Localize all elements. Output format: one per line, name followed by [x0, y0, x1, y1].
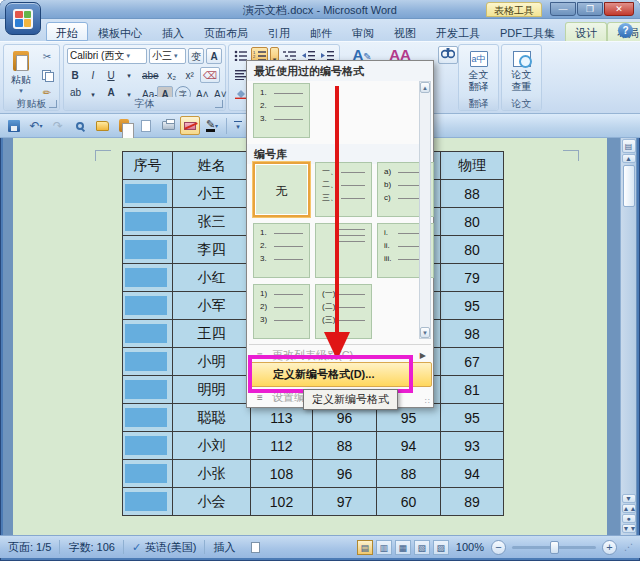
next-page-button[interactable]: ▼▼: [622, 524, 636, 533]
table-cell[interactable]: [123, 236, 173, 264]
word-count[interactable]: 字数: 106: [60, 540, 122, 555]
table-cell[interactable]: 89: [441, 488, 504, 516]
table-cell[interactable]: 60: [377, 488, 441, 516]
table-cell[interactable]: 94: [377, 432, 441, 460]
outline-view-button[interactable]: ▧: [414, 540, 430, 555]
table-cell[interactable]: 93: [441, 432, 504, 460]
tab-1[interactable]: 开始: [46, 22, 88, 41]
table-cell[interactable]: 88: [441, 180, 504, 208]
cut-button[interactable]: ✂: [37, 49, 57, 64]
draft-view-button[interactable]: ▨: [433, 540, 449, 555]
table-cell[interactable]: [123, 348, 173, 376]
dropdown-scroll-down[interactable]: ▼: [420, 327, 430, 338]
tab-7[interactable]: 审阅: [342, 22, 384, 41]
ruler-toggle-icon[interactable]: ▤: [622, 139, 636, 153]
dropdown-scroll-up[interactable]: ▲: [420, 82, 430, 93]
header-cell[interactable]: 物理: [441, 152, 504, 180]
minimize-button[interactable]: —: [550, 2, 576, 16]
table-cell[interactable]: [123, 404, 173, 432]
customize-quick-access-button[interactable]: ▾: [231, 117, 245, 135]
underline-button[interactable]: U: [103, 67, 119, 83]
save-button[interactable]: [4, 116, 24, 135]
zoom-slider[interactable]: [512, 546, 596, 549]
spellcheck-status[interactable]: ✓英语(美国): [124, 540, 205, 555]
web-layout-view-button[interactable]: ▦: [395, 540, 411, 555]
table-cell[interactable]: [123, 264, 173, 292]
previous-page-button[interactable]: ▲▲: [622, 504, 636, 513]
table-cell[interactable]: 聪聪: [173, 404, 251, 432]
insert-mode-indicator[interactable]: 插入: [205, 540, 243, 555]
table-cell[interactable]: [123, 180, 173, 208]
table-cell[interactable]: 张三: [173, 208, 251, 236]
clipboard-button[interactable]: [114, 116, 134, 135]
table-cell[interactable]: 小红: [173, 264, 251, 292]
page-indicator[interactable]: 页面: 1/5: [0, 540, 59, 555]
table-cell[interactable]: [123, 376, 173, 404]
superscript-button[interactable]: x²: [182, 67, 198, 83]
font-dialog-launcher[interactable]: [215, 100, 223, 108]
table-cell[interactable]: 李四: [173, 236, 251, 264]
table-cell[interactable]: 94: [441, 460, 504, 488]
table-cell[interactable]: [123, 292, 173, 320]
table-cell[interactable]: 88: [313, 432, 377, 460]
italic-button[interactable]: I: [85, 67, 101, 83]
table-cell[interactable]: 98: [441, 320, 504, 348]
print-preview-button[interactable]: [70, 116, 90, 135]
table-cell[interactable]: 小明: [173, 348, 251, 376]
scrollbar-thumb[interactable]: [623, 165, 635, 207]
tab-6[interactable]: 邮件: [300, 22, 342, 41]
table-cell[interactable]: 80: [441, 208, 504, 236]
draw-pen-button[interactable]: ✎▾: [202, 116, 222, 135]
pen-dropdown-arrow[interactable]: ▾: [215, 122, 218, 129]
dropdown-resize-grip[interactable]: ∷: [425, 397, 431, 406]
tab-9[interactable]: 开发工具: [426, 22, 490, 41]
header-cell[interactable]: 姓名: [173, 152, 251, 180]
table-cell[interactable]: 小军: [173, 292, 251, 320]
table-cell[interactable]: 79: [441, 264, 504, 292]
tab-5[interactable]: 引用: [258, 22, 300, 41]
table-cell[interactable]: [123, 460, 173, 488]
numbering-tile[interactable]: [315, 223, 372, 278]
table-cell[interactable]: 王四: [173, 320, 251, 348]
vertical-scrollbar[interactable]: ▤ ▲ ▼ ▲▲ ● ▼▼: [620, 138, 636, 535]
define-new-number-format-item[interactable]: 定义新编号格式(D)...: [248, 362, 432, 387]
table-cell[interactable]: 小王: [173, 180, 251, 208]
clear-formatting-button[interactable]: ⌫: [200, 67, 220, 83]
numbering-tile[interactable]: 一、二、三、: [315, 162, 372, 217]
table-cell[interactable]: 95: [441, 404, 504, 432]
underline-dropdown-arrow[interactable]: ▾: [121, 67, 137, 83]
header-cell[interactable]: 序号: [123, 152, 173, 180]
print-layout-view-button[interactable]: ▤: [357, 540, 373, 555]
open-button[interactable]: [92, 116, 112, 135]
scroll-up-button[interactable]: ▲: [622, 154, 636, 163]
undo-button[interactable]: ↶▾: [26, 116, 46, 135]
table-cell[interactable]: 小会: [173, 488, 251, 516]
zoom-in-button[interactable]: +: [602, 540, 617, 555]
table-cell[interactable]: 108: [251, 460, 313, 488]
undo-dropdown-arrow[interactable]: ▾: [40, 122, 43, 129]
table-cell[interactable]: [123, 488, 173, 516]
tab-3[interactable]: 插入: [152, 22, 194, 41]
close-button[interactable]: ✕: [604, 2, 634, 16]
table-cell[interactable]: 81: [441, 376, 504, 404]
font-name-select[interactable]: Calibri (西文▾: [67, 48, 147, 64]
table-cell[interactable]: [123, 320, 173, 348]
table-cell[interactable]: 67: [441, 348, 504, 376]
table-cell[interactable]: 小刘: [173, 432, 251, 460]
tab-8[interactable]: 视图: [384, 22, 426, 41]
zoom-out-button[interactable]: −: [491, 540, 506, 555]
scroll-down-button[interactable]: ▼: [622, 494, 636, 503]
table-cell[interactable]: 80: [441, 236, 504, 264]
paste-dropdown-arrow[interactable]: ▾: [9, 87, 33, 95]
fullscreen-view-button[interactable]: ▥: [376, 540, 392, 555]
table-cell[interactable]: 小张: [173, 460, 251, 488]
table-cell[interactable]: [123, 208, 173, 236]
phonetic-guide-button[interactable]: 变: [188, 48, 204, 64]
strikethrough-button[interactable]: abe: [139, 67, 162, 83]
full-text-translate-button[interactable]: a中 全文 翻译: [461, 47, 497, 94]
window-resize-grip[interactable]: ⋰: [620, 542, 634, 552]
select-browse-object-button[interactable]: ●: [622, 514, 636, 523]
tab-4[interactable]: 页面布局: [194, 22, 258, 41]
table-cell[interactable]: [123, 432, 173, 460]
numbering-tile[interactable]: (一)(二)(三): [315, 284, 372, 339]
